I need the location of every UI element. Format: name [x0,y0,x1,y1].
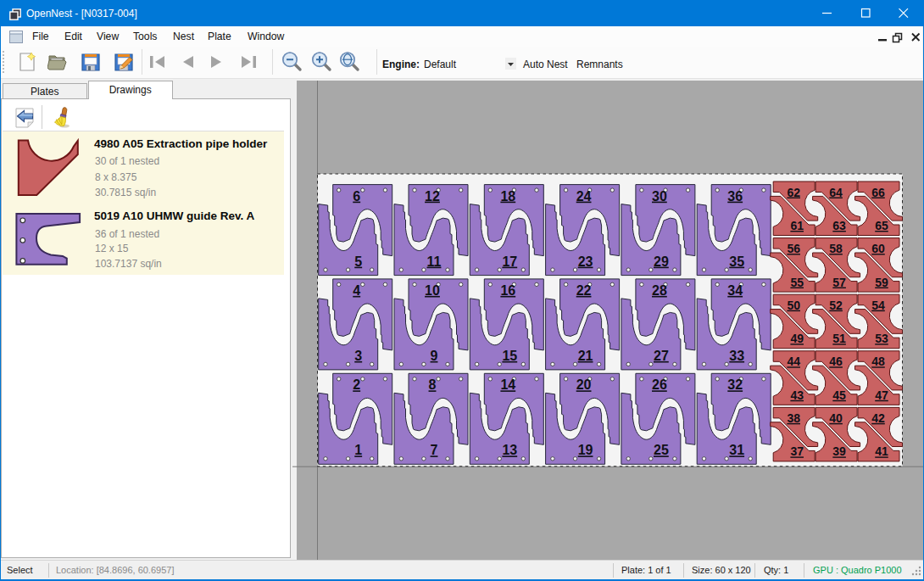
svg-text:6: 6 [353,189,360,204]
svg-text:61: 61 [790,219,804,232]
svg-text:32: 32 [727,377,743,392]
svg-text:49: 49 [790,332,804,345]
svg-text:4: 4 [353,283,360,298]
svg-text:45: 45 [832,388,846,402]
svg-text:25: 25 [654,443,669,457]
svg-text:38: 38 [787,411,800,425]
svg-text:65: 65 [875,219,888,232]
svg-text:37: 37 [790,444,804,458]
svg-text:26: 26 [652,377,667,392]
svg-text:13: 13 [502,443,517,457]
svg-text:18: 18 [500,189,515,204]
svg-text:36: 36 [727,189,743,204]
svg-text:62: 62 [787,186,800,199]
svg-text:9: 9 [431,349,438,363]
svg-text:33: 33 [729,349,744,363]
svg-text:47: 47 [875,388,888,402]
svg-text:64: 64 [829,186,843,199]
svg-text:46: 46 [829,355,843,368]
svg-text:1: 1 [354,443,362,457]
svg-text:10: 10 [425,283,440,298]
svg-text:22: 22 [576,283,592,298]
svg-text:24: 24 [576,189,592,204]
svg-text:58: 58 [829,242,843,255]
svg-text:28: 28 [652,283,667,298]
svg-text:3: 3 [354,349,362,363]
svg-text:55: 55 [790,276,804,289]
svg-text:54: 54 [871,299,885,312]
svg-text:34: 34 [727,283,743,298]
svg-text:48: 48 [871,355,885,368]
svg-text:43: 43 [790,388,804,402]
svg-text:21: 21 [578,349,593,363]
svg-text:31: 31 [729,443,744,457]
svg-text:63: 63 [832,219,846,232]
svg-text:39: 39 [832,444,846,458]
svg-text:14: 14 [500,377,515,392]
svg-text:19: 19 [578,443,593,457]
svg-text:8: 8 [429,377,437,392]
svg-text:42: 42 [871,411,885,425]
svg-text:57: 57 [832,276,846,289]
svg-text:29: 29 [654,254,669,269]
svg-text:12: 12 [425,189,440,204]
svg-text:7: 7 [431,443,438,457]
svg-text:20: 20 [576,377,592,392]
svg-text:41: 41 [875,444,888,458]
svg-text:2: 2 [353,377,360,392]
svg-text:51: 51 [832,332,846,345]
svg-text:44: 44 [787,355,800,368]
svg-text:23: 23 [578,254,593,269]
svg-text:30: 30 [652,189,667,204]
svg-text:53: 53 [875,332,888,345]
svg-text:17: 17 [502,254,517,269]
svg-text:35: 35 [729,254,744,269]
svg-text:59: 59 [875,276,888,289]
svg-text:15: 15 [502,349,517,363]
svg-text:11: 11 [427,254,442,269]
svg-text:16: 16 [500,283,515,298]
svg-text:50: 50 [787,299,800,312]
svg-text:5: 5 [354,254,362,269]
svg-text:27: 27 [654,349,669,363]
svg-text:66: 66 [871,186,885,199]
svg-text:60: 60 [871,242,885,255]
svg-text:40: 40 [829,411,843,425]
svg-text:52: 52 [829,299,843,312]
svg-text:56: 56 [787,242,800,255]
